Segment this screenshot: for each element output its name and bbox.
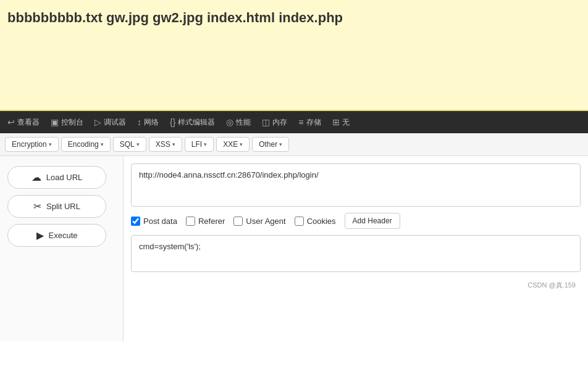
devtools-toolbar: ↩ 查看器 ▣ 控制台 ▷ 调试器 ↕ 网络 {} 样式编辑器 ◎ 性能 ◫ 内… [0, 111, 588, 133]
devtools-label-memory: 内存 [272, 117, 287, 128]
devtools-label-console: 控制台 [61, 117, 83, 128]
devtools-network[interactable]: ↕ 网络 [132, 115, 164, 130]
style-editor-icon: {} [170, 117, 175, 127]
referer-label: Referer [198, 217, 225, 226]
menu-bar: Encryption ▾ Encoding ▾ SQL ▾ XSS ▾ LFI … [0, 133, 588, 156]
inspector-icon: ↩ [7, 117, 15, 127]
cookies-checkbox[interactable]: Cookies [295, 217, 336, 226]
menu-encoding[interactable]: Encoding ▾ [61, 137, 111, 152]
menu-encoding-label: Encoding [68, 140, 99, 149]
devtools-inspector[interactable]: ↩ 查看器 [2, 115, 44, 130]
devtools-label-performance: 性能 [236, 117, 251, 128]
chevron-down-icon: ▾ [172, 141, 175, 147]
devtools-memory[interactable]: ◫ 内存 [257, 115, 292, 130]
debugger-icon: ▷ [94, 117, 101, 127]
devtools-label-inspector: 查看器 [17, 117, 40, 128]
menu-xss-label: XSS [156, 140, 170, 149]
memory-icon: ◫ [262, 117, 270, 127]
menu-xxe[interactable]: XXE ▾ [216, 137, 250, 152]
referer-input[interactable] [186, 217, 195, 226]
menu-lfi[interactable]: LFI ▾ [185, 137, 214, 152]
devtools-style-editor[interactable]: {} 样式编辑器 [165, 115, 220, 130]
devtools-console[interactable]: ▣ 控制台 [46, 115, 88, 130]
devtools-label-storage: 存储 [306, 117, 321, 128]
chevron-down-icon: ▾ [136, 141, 140, 147]
menu-xss[interactable]: XSS ▾ [149, 137, 182, 152]
devtools-label-style-editor: 样式编辑器 [178, 117, 215, 128]
scissors-icon: ✂ [33, 200, 41, 212]
menu-sql[interactable]: SQL ▾ [113, 137, 146, 152]
post-data-label: Post data [143, 217, 177, 226]
chevron-down-icon: ▾ [101, 141, 104, 147]
user-agent-input[interactable] [233, 217, 243, 226]
storage-icon: ≡ [298, 117, 303, 127]
devtools-label-more: 无 [342, 117, 350, 128]
left-panel: ☁ Load URL ✂ Split URL ▶ Execute [0, 156, 124, 341]
chevron-down-icon: ▾ [240, 141, 243, 147]
add-header-label: Add Header [353, 217, 392, 225]
post-data-checkbox[interactable]: Post data [131, 217, 177, 226]
split-url-button[interactable]: ✂ Split URL [7, 195, 106, 218]
referer-checkbox[interactable]: Referer [186, 217, 225, 226]
menu-other[interactable]: Other ▾ [252, 137, 289, 152]
add-header-button[interactable]: Add Header [345, 213, 400, 229]
devtools-storage[interactable]: ≡ 存储 [293, 115, 326, 130]
menu-encryption-label: Encryption [12, 140, 47, 149]
load-url-label: Load URL [46, 173, 83, 182]
menu-sql-label: SQL [120, 140, 135, 149]
menu-lfi-label: LFI [191, 140, 202, 149]
play-icon: ▶ [36, 229, 44, 241]
devtools-more[interactable]: ⊞ 无 [327, 115, 355, 130]
execute-button[interactable]: ▶ Execute [7, 224, 106, 247]
split-url-label: Split URL [46, 202, 80, 211]
user-agent-label: User Agent [246, 217, 285, 226]
menu-encryption[interactable]: Encryption ▾ [5, 137, 59, 152]
chevron-down-icon: ▾ [49, 141, 52, 147]
post-data-input[interactable] [131, 217, 140, 226]
network-icon: ↕ [137, 117, 141, 127]
cmd-display[interactable]: cmd=system('ls'); [131, 235, 581, 272]
performance-icon: ◎ [226, 117, 233, 127]
more-icon: ⊞ [332, 117, 340, 127]
console-icon: ▣ [51, 117, 59, 127]
url-display[interactable]: http://node4.anna.nssctf.cn:28670/index.… [131, 163, 581, 207]
load-url-button[interactable]: ☁ Load URL [7, 166, 106, 189]
user-agent-checkbox[interactable]: User Agent [233, 217, 285, 226]
right-panel: http://node4.anna.nssctf.cn:28670/index.… [124, 156, 588, 341]
yellow-area: bbbbbbbbb.txt gw.jpg gw2.jpg index.html … [0, 0, 588, 111]
devtools-label-network: 网络 [144, 117, 159, 128]
watermark: CSDN @真.159 [131, 278, 581, 292]
chevron-down-icon: ▾ [204, 141, 207, 147]
menu-other-label: Other [259, 140, 277, 149]
options-row: Post data Referer User Agent Cookies Add… [131, 213, 581, 229]
yellow-content: bbbbbbbbb.txt gw.jpg gw2.jpg index.html … [7, 5, 581, 31]
chevron-down-icon: ▾ [279, 141, 282, 147]
cookies-label: Cookies [307, 217, 336, 226]
devtools-debugger[interactable]: ▷ 调试器 [90, 115, 131, 130]
devtools-label-debugger: 调试器 [104, 117, 126, 128]
cloud-download-icon: ☁ [32, 172, 41, 183]
main-area: ☁ Load URL ✂ Split URL ▶ Execute http://… [0, 156, 588, 341]
cookies-input[interactable] [295, 217, 304, 226]
menu-xxe-label: XXE [223, 140, 238, 149]
devtools-performance[interactable]: ◎ 性能 [221, 115, 256, 130]
execute-label: Execute [49, 231, 78, 240]
